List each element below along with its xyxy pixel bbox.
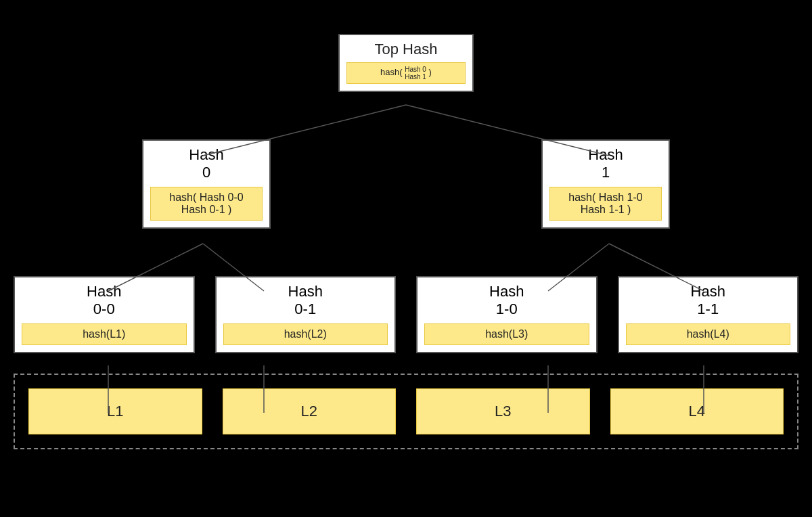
hash10-formula: hash(L3) [424, 323, 589, 345]
hash1-args: Hash 1-0Hash 1-1 [581, 192, 643, 215]
hash0-title: Hash0 [150, 146, 263, 181]
hash01-node: Hash0-1 hash(L2) [215, 276, 397, 353]
hash1-formula: hash( Hash 1-0Hash 1-1 ) [549, 187, 662, 221]
hash00-title: Hash0-0 [22, 283, 187, 318]
hash11-title: Hash1-1 [626, 283, 791, 318]
hash10-title: Hash1-0 [424, 283, 589, 318]
leaves-container: L1 L2 L3 L4 [14, 374, 798, 449]
row-level1: Hash0 hash( Hash 0-0Hash 0-1 ) Hash1 has… [0, 139, 812, 229]
hash01-formula: hash(L2) [223, 323, 388, 345]
hash00-formula: hash(L1) [22, 323, 187, 345]
row-level2: Hash0-0 hash(L1) Hash0-1 hash(L2) Hash1-… [0, 276, 812, 353]
top-hash-node: Top Hash hash( Hash 0Hash 1 ) [338, 34, 474, 92]
leaf-l2: L2 [223, 388, 397, 434]
hash00-node: Hash0-0 hash(L1) [14, 276, 195, 353]
hash11-node: Hash1-1 hash(L4) [618, 276, 799, 353]
top-hash-title: Top Hash [346, 41, 466, 58]
hash1-title: Hash1 [549, 146, 662, 181]
hash01-title: Hash0-1 [223, 283, 388, 318]
hash10-node: Hash1-0 hash(L3) [416, 276, 597, 353]
hash11-formula: hash(L4) [626, 323, 791, 345]
hash0-formula: hash( Hash 0-0Hash 0-1 ) [150, 187, 263, 221]
diagram-container: Top Hash hash( Hash 0Hash 1 ) Hash0 hash… [0, 0, 812, 517]
hash0-args: Hash 0-0Hash 0-1 [181, 192, 244, 215]
leaf-l4: L4 [610, 388, 784, 434]
leaf-l1: L1 [28, 388, 202, 434]
hash1-node: Hash1 hash( Hash 1-0Hash 1-1 ) [541, 139, 670, 229]
top-hash-formula: hash( Hash 0Hash 1 ) [346, 62, 466, 84]
leaf-l3: L3 [416, 388, 590, 434]
hash0-node: Hash0 hash( Hash 0-0Hash 0-1 ) [142, 139, 271, 229]
top-hash-args: Hash 0Hash 1 [405, 66, 426, 81]
row-top: Top Hash hash( Hash 0Hash 1 ) [0, 34, 812, 92]
